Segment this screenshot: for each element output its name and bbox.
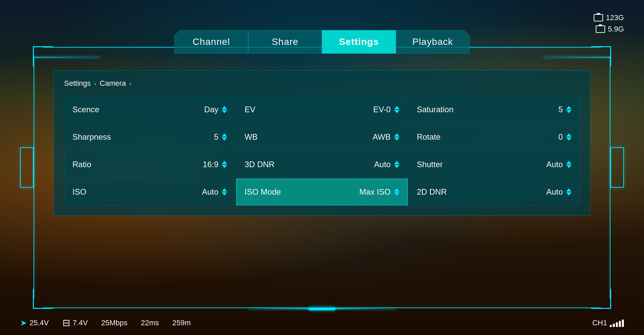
setting-ratio: Ratio 16:9 [64, 151, 235, 178]
deco-bottom [248, 308, 396, 310]
ratio-value: 16:9 [203, 160, 219, 169]
nav-tabs: Channel Share Settings Playback [174, 30, 470, 54]
setting-iso: ISO Auto [64, 179, 235, 205]
wb-spinner[interactable] [394, 133, 399, 141]
iso-mode-down[interactable] [394, 192, 399, 196]
scence-down[interactable] [222, 110, 227, 113]
scence-label: Scence [72, 105, 99, 114]
setting-wb: WB AWB [236, 124, 408, 150]
wb-value: AWB [373, 132, 391, 142]
ratio-spinner[interactable] [222, 161, 227, 168]
scence-value: Day [204, 105, 219, 114]
wb-up[interactable] [394, 133, 399, 137]
shutter-control: Auto [546, 160, 572, 169]
wb-control: AWB [373, 132, 399, 142]
navigation-icon: ➤ [20, 318, 27, 328]
iso-mode-spinner[interactable] [394, 188, 399, 196]
ev-value: EV-0 [373, 105, 391, 114]
signal-bar-1 [610, 325, 612, 327]
signal-bar-5 [622, 320, 624, 327]
tab-playback[interactable]: Playback [396, 30, 470, 54]
iso-down[interactable] [222, 192, 227, 196]
deco-pill [309, 308, 335, 310]
saturation-down[interactable] [566, 110, 572, 113]
2ddnr-value: Auto [546, 187, 563, 197]
2ddnr-down[interactable] [566, 192, 572, 196]
shutter-down[interactable] [566, 165, 572, 168]
iso-control: Auto [202, 187, 227, 197]
iso-mode-up[interactable] [394, 188, 399, 192]
tab-channel-label: Channel [193, 37, 230, 47]
2ddnr-up[interactable] [566, 188, 572, 192]
sharpness-up[interactable] [222, 133, 227, 137]
tab-share-label: Share [272, 37, 299, 47]
iso-value: Auto [202, 187, 218, 197]
setting-rotate: Rotate 0 [409, 124, 580, 150]
ratio-down[interactable] [222, 165, 227, 168]
tab-share[interactable]: Share [248, 30, 322, 54]
saturation-up[interactable] [566, 106, 572, 109]
distance-value: 259m [172, 319, 191, 327]
main-panel: Settings ‹ Camera ‹ Scence Day EV EV-0 [54, 70, 590, 216]
frame-corner-bl [33, 289, 53, 309]
setting-scence: Scence Day [64, 96, 235, 123]
iso-spinner[interactable] [222, 188, 227, 196]
ev-down[interactable] [394, 110, 399, 113]
wb-down[interactable] [394, 137, 399, 141]
signal-bars [610, 319, 624, 327]
sharpness-label: Sharpness [72, 132, 111, 142]
setting-3ddnr: 3D DNR Auto [236, 151, 408, 178]
voltage2-value: 7.4V [73, 319, 88, 327]
setting-iso-mode: ISO Mode Max ISO [236, 179, 408, 205]
bottom-bar: ➤ 25.4V ⊟ 7.4V 25Mbps 22ms 259m CH1 [0, 317, 644, 328]
rotate-up[interactable] [566, 133, 572, 137]
shutter-spinner[interactable] [566, 161, 572, 168]
storage2-status: 5.9G [596, 25, 624, 34]
signal-bar-2 [613, 324, 615, 327]
rotate-down[interactable] [566, 137, 572, 141]
3ddnr-label: 3D DNR [245, 160, 274, 169]
ev-spinner[interactable] [394, 106, 399, 113]
deco-line-right [335, 309, 396, 309]
rotate-spinner[interactable] [566, 133, 572, 141]
goggles-icon: ⊟ [62, 317, 70, 328]
goggles-status: ⊟ 7.4V [62, 317, 88, 328]
2ddnr-label: 2D DNR [417, 187, 447, 197]
shutter-label: Shutter [417, 160, 443, 169]
setting-2ddnr: 2D DNR Auto [409, 179, 580, 205]
3ddnr-spinner[interactable] [394, 161, 399, 168]
2ddnr-spinner[interactable] [566, 188, 572, 196]
frame-corner-tr [591, 46, 611, 66]
3ddnr-up[interactable] [394, 161, 399, 164]
ev-up[interactable] [394, 106, 399, 109]
settings-grid: Scence Day EV EV-0 Saturation [64, 96, 580, 205]
latency-value: 22ms [141, 319, 159, 327]
tab-settings[interactable]: Settings [322, 30, 396, 54]
ratio-up[interactable] [222, 161, 227, 164]
sharpness-spinner[interactable] [222, 133, 227, 141]
iso-mode-value: Max ISO [359, 187, 390, 197]
deco-line-left [248, 309, 309, 309]
deco-top-right [543, 57, 610, 58]
saturation-spinner[interactable] [566, 106, 572, 113]
tab-playback-label: Playback [412, 37, 453, 47]
sharpness-down[interactable] [222, 137, 227, 141]
3ddnr-control: Auto [374, 160, 399, 169]
distance-status: 259m [172, 319, 191, 327]
ev-label: EV [245, 105, 255, 114]
iso-label: ISO [72, 187, 86, 197]
navigation-status: ➤ 25.4V [20, 318, 49, 328]
3ddnr-down[interactable] [394, 165, 399, 168]
scence-spinner[interactable] [222, 106, 227, 113]
frame-corner-tl [33, 46, 53, 66]
tab-channel[interactable]: Channel [174, 30, 248, 54]
shutter-up[interactable] [566, 161, 572, 164]
signal-bar-4 [619, 321, 621, 327]
breadcrumb-camera: Camera [100, 79, 126, 88]
iso-up[interactable] [222, 188, 227, 192]
scence-control: Day [204, 105, 227, 114]
rotate-control: 0 [558, 132, 572, 142]
rotate-label: Rotate [417, 132, 441, 142]
storage2-value: 5.9G [608, 25, 624, 34]
scence-up[interactable] [222, 106, 227, 109]
